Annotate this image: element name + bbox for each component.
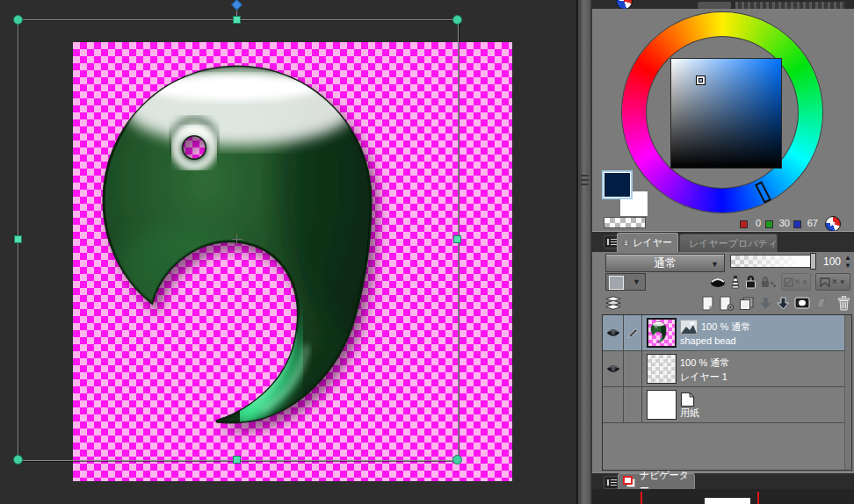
transform-handle-bottom-left[interactable] — [13, 455, 23, 464]
transform-center-mark — [232, 234, 242, 245]
lock-transparent-pixels-button[interactable] — [761, 276, 777, 288]
dropdown-arrow-icon: ▼ — [839, 278, 846, 286]
layer-opacity-blend: 100 % 通常 — [680, 357, 729, 369]
spinner-down-icon[interactable]: ▼ — [843, 262, 852, 270]
tab-layer-property-label: レイヤープロパティ — [689, 237, 778, 250]
transform-handle-top-center[interactable] — [233, 16, 241, 24]
spinner-up-icon[interactable]: ▲ — [843, 254, 852, 262]
eye-icon — [606, 328, 620, 337]
palette-color-dropdown[interactable]: ▼ — [605, 273, 646, 291]
transform-handle-middle-right[interactable] — [453, 235, 461, 243]
layer-row-paper[interactable]: 用紙 — [603, 387, 851, 423]
lighthouse-icon — [730, 275, 741, 289]
transparent-color-swatch[interactable] — [604, 217, 646, 228]
editing-indicator — [624, 315, 642, 350]
apply-mask-icon — [814, 297, 828, 310]
navigator-view-border — [757, 492, 759, 504]
layer-mask-icon — [794, 297, 810, 309]
tab-navigator[interactable]: ナビゲーター — [618, 473, 695, 489]
transform-handle-top-left[interactable] — [13, 15, 23, 25]
color-display-toggle-button[interactable] — [825, 216, 841, 232]
apply-mask-button[interactable] — [814, 297, 828, 310]
main-color-swatch[interactable] — [604, 172, 631, 198]
tab-layer[interactable]: レイヤー — [617, 233, 678, 252]
new-layer-icon — [701, 296, 714, 311]
new-layer-dialog-button[interactable] — [719, 296, 735, 311]
layer-list-scrollbar[interactable] — [844, 315, 851, 470]
layer-row-shaped-bead[interactable]: 100 % 通常 shaped bead — [603, 315, 851, 351]
lock-icon — [745, 275, 756, 289]
layer-list: 100 % 通常 shaped bead — [602, 314, 852, 471]
right-panel-column: 0 30 67 レイヤー レイヤープ — [592, 0, 854, 504]
color-wheel-tab-icon[interactable] — [616, 0, 633, 9]
delete-layer-button[interactable] — [837, 296, 850, 311]
panel-splitter[interactable] — [576, 0, 592, 504]
layer-name[interactable]: 用紙 — [680, 407, 699, 419]
dropdown-arrow-icon: ▼ — [633, 277, 640, 286]
disabled-x-icon: ✕ — [794, 277, 801, 286]
opacity-slider-thumb[interactable] — [810, 253, 816, 270]
red-chip-icon — [740, 220, 748, 228]
mask-range-dropdown[interactable]: ✕ ▼ — [815, 273, 850, 291]
arrow-down-filled-icon — [777, 297, 790, 310]
color-panel-tab-strip — [592, 0, 854, 9]
red-value: 0 — [748, 218, 761, 228]
merge-to-lower-layer-button[interactable] — [777, 297, 790, 310]
blend-mode-value: 通常 — [654, 256, 677, 271]
layer-thumbnail[interactable] — [647, 354, 677, 384]
navigator-icon — [623, 476, 636, 487]
visibility-toggle[interactable] — [603, 387, 624, 422]
paint-app-window: 0 30 67 レイヤー レイヤープ — [0, 0, 854, 504]
eye-icon — [606, 364, 620, 373]
splitter-grip-icon — [581, 175, 589, 187]
blend-mode-dropdown[interactable]: 通常 ▼ — [605, 254, 725, 272]
clip-to-layer-below-button[interactable] — [710, 277, 726, 288]
disabled-x-icon: ✕ — [831, 277, 838, 286]
layer-thumbnail[interactable] — [647, 390, 677, 420]
opacity-value: 100 — [817, 256, 841, 268]
transform-handle-bottom-center[interactable] — [233, 456, 241, 464]
folder-icon — [739, 297, 755, 310]
layer-thumbnail[interactable] — [647, 318, 677, 348]
tab-layer-property[interactable]: レイヤープロパティ — [679, 234, 778, 252]
new-layer-folder-button[interactable] — [739, 297, 755, 310]
dropdown-arrow-icon: ▼ — [801, 278, 808, 286]
lock-pixels-icon — [761, 276, 777, 288]
trash-icon — [837, 296, 850, 311]
layers-stack-icon — [623, 237, 629, 248]
sv-cursor[interactable] — [697, 76, 705, 84]
rotation-handle[interactable] — [231, 0, 242, 11]
dropdown-arrow-icon: ▼ — [711, 260, 719, 269]
layer-name[interactable]: shaped bead — [680, 335, 750, 347]
create-layer-mask-button[interactable] — [794, 297, 810, 309]
navigator-preview-page — [705, 498, 750, 504]
ruler-icon — [784, 277, 793, 287]
navigator-tabbar: ナビゲーター — [592, 473, 854, 489]
layer-palette-icon — [604, 295, 622, 310]
visibility-toggle[interactable] — [603, 351, 624, 386]
opacity-spinner[interactable]: ▲ ▼ — [843, 254, 852, 270]
lock-layer-button[interactable] — [745, 275, 756, 289]
ruler-range-dropdown[interactable]: ✕ ▼ — [781, 273, 811, 291]
new-raster-layer-button[interactable] — [701, 296, 714, 311]
layer-opacity-blend: 100 % 通常 — [701, 321, 750, 333]
transform-handle-middle-left[interactable] — [14, 235, 22, 243]
visibility-toggle[interactable] — [603, 315, 624, 350]
hidden-tab-icon — [698, 2, 731, 9]
transform-handle-top-right[interactable] — [452, 15, 462, 25]
navigator-view-border — [640, 492, 642, 504]
green-value: 30 — [772, 218, 790, 228]
transfer-to-lower-layer-button[interactable] — [759, 297, 772, 310]
layer-name[interactable]: レイヤー 1 — [680, 371, 729, 383]
navigator-preview[interactable] — [592, 489, 854, 504]
tab-layer-label: レイヤー — [633, 236, 672, 249]
opacity-slider[interactable] — [730, 255, 814, 268]
canvas-area[interactable] — [0, 0, 576, 504]
layer-panel-tabbar: レイヤー レイヤープロパティ — [592, 232, 854, 252]
saturation-value-square[interactable] — [670, 58, 782, 169]
layer-row-layer-1[interactable]: 100 % 通常 レイヤー 1 — [603, 351, 851, 387]
clip-ellipse-icon — [710, 277, 726, 288]
transform-handle-bottom-right[interactable] — [452, 455, 462, 464]
image-material-icon — [680, 320, 698, 335]
reference-layer-button[interactable] — [730, 275, 741, 289]
